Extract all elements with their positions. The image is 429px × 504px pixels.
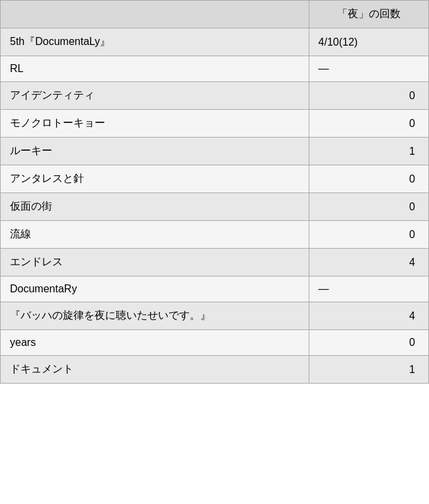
night-count: 0	[309, 330, 428, 356]
song-name: ドキュメント	[1, 356, 309, 384]
table-row: モノクロトーキョー0	[1, 110, 429, 138]
header-row: 「夜」の回数	[1, 1, 429, 28]
night-count: 1	[309, 138, 428, 165]
song-name: years	[1, 330, 309, 356]
count-header: 「夜」の回数	[309, 1, 428, 28]
night-count: 0	[309, 221, 428, 249]
table-row: アンタレスと針0	[1, 165, 429, 193]
song-name: 5th『DocumentaLy』	[1, 28, 309, 56]
night-count: 0	[309, 193, 428, 221]
song-name: モノクロトーキョー	[1, 110, 309, 138]
table-row: 仮面の街0	[1, 193, 429, 221]
night-count: 0	[309, 82, 428, 110]
night-count: 4/10(12)	[309, 28, 428, 56]
song-name: 『バッハの旋律を夜に聴いたせいです。』	[1, 302, 309, 330]
table-row: アイデンティティ0	[1, 82, 429, 110]
song-name: 流線	[1, 221, 309, 249]
table-row: ドキュメント1	[1, 356, 429, 384]
name-header	[1, 1, 309, 28]
table-row: RL—	[1, 56, 429, 82]
song-name: 仮面の街	[1, 193, 309, 221]
night-count: 1	[309, 356, 428, 384]
song-name: アイデンティティ	[1, 82, 309, 110]
table-row: 『バッハの旋律を夜に聴いたせいです。』4	[1, 302, 429, 330]
table-row: ルーキー1	[1, 138, 429, 165]
table-row: DocumentaRy—	[1, 276, 429, 302]
song-name: RL	[1, 56, 309, 82]
song-name: DocumentaRy	[1, 276, 309, 302]
table-row: 5th『DocumentaLy』4/10(12)	[1, 28, 429, 56]
table-row: years0	[1, 330, 429, 356]
night-count: 0	[309, 110, 428, 138]
night-count: 4	[309, 249, 428, 276]
table-row: 流線0	[1, 221, 429, 249]
table-row: エンドレス4	[1, 249, 429, 276]
night-count: 0	[309, 165, 428, 193]
song-name: エンドレス	[1, 249, 309, 276]
song-name: アンタレスと針	[1, 165, 309, 193]
night-count: 4	[309, 302, 428, 330]
song-name: ルーキー	[1, 138, 309, 165]
night-count: —	[309, 276, 428, 302]
night-count: —	[309, 56, 428, 82]
main-table: 「夜」の回数 5th『DocumentaLy』4/10(12)RL—アイデンティ…	[0, 0, 429, 384]
